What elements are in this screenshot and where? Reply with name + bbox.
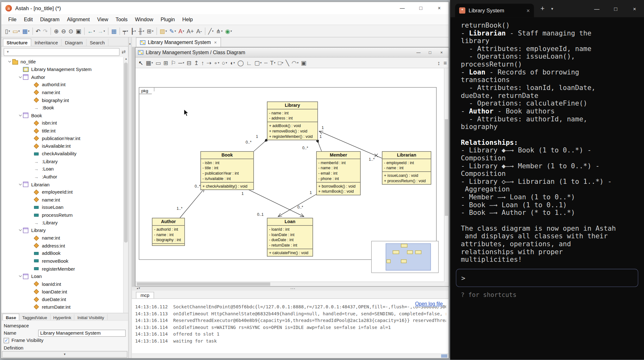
back-icon[interactable]: ←▾ (86, 26, 96, 36)
diagram-tab[interactable]: Library Management System × (136, 37, 221, 47)
tree-item-author[interactable]: →:Author (1, 173, 128, 181)
tree-item-publicationyear-int[interactable]: publicationYear:int (1, 135, 128, 142)
expander[interactable] (18, 183, 23, 186)
property-tab-base[interactable]: Base (3, 314, 19, 320)
class-author[interactable]: Author- authorId : int- name : int- biog… (152, 218, 185, 246)
expander[interactable] (18, 229, 23, 232)
usecase-icon[interactable]: ◯ (236, 58, 245, 68)
new-file-icon[interactable]: ▯▾ (4, 26, 11, 36)
tree-item-name-int[interactable]: name:int (1, 89, 128, 96)
tree-item-registermember[interactable]: registerMember (1, 265, 128, 273)
map-view-icon[interactable]: ▦ (110, 26, 118, 36)
frame-visibility-checkbox[interactable]: ✓ (4, 338, 9, 343)
class-member[interactable]: Member- memberId : int- name : int- emai… (316, 151, 361, 195)
diagram-minimize-button[interactable]: — (414, 49, 423, 56)
tree-item-library[interactable]: →:Library (1, 158, 128, 165)
filter-input[interactable]: ▼ (4, 48, 120, 56)
tree-item-address-int[interactable]: address:int (1, 242, 128, 249)
tab-search[interactable]: Search (86, 39, 108, 46)
undo-icon[interactable]: ↶ (35, 26, 42, 36)
save-icon[interactable]: ▦▾ (21, 26, 31, 36)
class-loan[interactable]: Loan- loanId : int- loanDate : int- dueD… (267, 218, 313, 257)
tree-item-loan[interactable]: Loan (1, 273, 128, 280)
connector-icon[interactable]: ∟ (245, 58, 253, 68)
vertical-scrollbar-thumb[interactable] (445, 119, 448, 216)
open-icon[interactable]: ▭▾ (11, 26, 21, 36)
tree-item-library-management-system[interactable]: Library Management System (1, 66, 128, 73)
fit-view-icon[interactable]: ▣ (74, 26, 82, 36)
line-color-icon[interactable]: ✎▾ (168, 26, 177, 36)
align-horizontal-icon[interactable]: ┠▾ (129, 26, 137, 36)
menu-edit[interactable]: Edit (20, 17, 36, 22)
tree-item-issueloan[interactable]: issueLoan (1, 203, 128, 211)
tree-item-no-title[interactable]: no_title (1, 58, 128, 66)
diagram-window-titlebar[interactable]: Library Management System / Class Diagra… (136, 48, 448, 57)
image-icon[interactable]: ▣ (300, 58, 308, 68)
terminal-body[interactable]: returnBook()- Librarian - Staff managing… (450, 17, 644, 360)
tree-item-name-int[interactable]: name:int (1, 196, 128, 203)
select-arrow-icon[interactable]: ↖ (137, 58, 144, 68)
tree-item-duedate-int[interactable]: dueDate:int (1, 295, 128, 303)
terminal-tab-close-icon[interactable]: × (527, 7, 530, 14)
menu-file[interactable]: File (4, 17, 20, 22)
diagram-close-button[interactable]: × (437, 49, 446, 56)
astah-titlebar[interactable]: a Astah - [no_title] (*) — □ × (1, 2, 449, 14)
tree-item-book[interactable]: Book (1, 112, 128, 119)
horizontal-scrollbar[interactable] (136, 282, 444, 286)
minimize-button[interactable]: — (393, 2, 411, 14)
tree-item-name-int[interactable]: name:int (1, 234, 128, 242)
menu-help[interactable]: Help (179, 17, 197, 22)
terminal-minimize-button[interactable]: — (587, 0, 606, 17)
property-tab-hyperlink[interactable]: Hyperlink (50, 314, 74, 320)
collapse-panel-icon[interactable]: ◂ (129, 42, 130, 46)
subsystem-icon[interactable]: ⊞ (162, 58, 169, 68)
expander[interactable] (18, 114, 23, 117)
package-icon[interactable]: ▭ (154, 58, 162, 68)
interface-icon[interactable]: ◖▾ (228, 58, 236, 68)
distribute-icon[interactable]: ╫▾ (137, 26, 146, 36)
menu-view[interactable]: View (93, 17, 112, 22)
oblique-line-icon[interactable]: ╲ (284, 58, 290, 68)
menu-window[interactable]: Window (131, 17, 157, 22)
class-book[interactable]: Book- isbn : int- title : int- publicati… (200, 151, 254, 190)
hierarchy-icon[interactable]: ⋔▾ (215, 26, 224, 36)
tab-diagram[interactable]: Diagram (62, 39, 86, 46)
zoom-icon[interactable]: ⊙ (67, 26, 74, 36)
tree-scrollbar-thumb[interactable] (124, 62, 128, 242)
overview-viewport[interactable] (386, 243, 431, 271)
class-icon[interactable]: ○▾ (221, 58, 229, 68)
zoom-in-icon[interactable]: ⊕ (53, 26, 60, 36)
scroll-up-icon[interactable]: ▲ (124, 58, 128, 60)
font-larger-icon[interactable]: A+ (185, 26, 195, 36)
panel-splitter[interactable]: ◂ (129, 37, 132, 358)
association-icon[interactable]: ∘▾ (212, 58, 220, 68)
font-color-icon[interactable]: A▾ (177, 26, 186, 36)
tree-item-loanid-int[interactable]: loanId:int (1, 280, 128, 288)
terminal-prompt-box[interactable]: > (456, 269, 638, 287)
tree-item-author[interactable]: Author (1, 73, 128, 81)
menu-plugin[interactable]: Plugin (157, 17, 179, 22)
tree-item-loan[interactable]: →:Loan (1, 165, 128, 173)
tree-item-librarian[interactable]: Librarian (1, 181, 128, 188)
tree-item-employeeid-int[interactable]: employeeId:int (1, 188, 128, 196)
terminal-tab[interactable]: * Library System × (455, 4, 534, 17)
dashed-line-icon[interactable]: ┄ (263, 58, 269, 68)
property-tab-taggedvalue[interactable]: TaggedValue (19, 314, 50, 320)
dependency-icon[interactable]: ⇢ (205, 58, 212, 68)
forward-icon[interactable]: →▾ (96, 26, 106, 36)
log-scrollbar[interactable] (132, 354, 448, 358)
menu-tools[interactable]: Tools (112, 17, 131, 22)
menu-diagram[interactable]: Diagram (36, 17, 63, 22)
new-tab-button[interactable]: + (540, 4, 545, 13)
partition-icon[interactable]: ⊟ (186, 58, 193, 68)
terminal-maximize-button[interactable]: □ (606, 0, 625, 17)
tree-item-book[interactable]: →:Book (1, 104, 128, 112)
expander[interactable] (18, 275, 23, 278)
vertical-scrollbar[interactable] (444, 68, 448, 281)
diagram-restore-button[interactable]: □ (426, 49, 435, 56)
log-scrollbar-thumb[interactable] (441, 354, 447, 357)
realization-icon[interactable]: ↑ (200, 58, 205, 68)
mcp-tab[interactable]: mcp (136, 292, 154, 299)
log-splitter[interactable]: ▴▾ ⋯ (132, 286, 448, 291)
line-icon[interactable]: ─▾ (177, 58, 186, 68)
